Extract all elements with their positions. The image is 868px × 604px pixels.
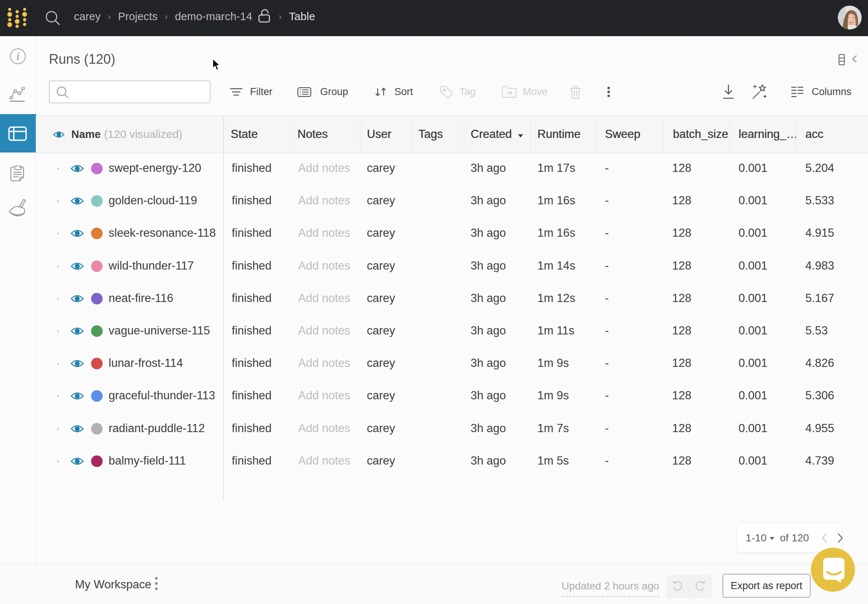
svg-text:i: i (16, 49, 20, 63)
